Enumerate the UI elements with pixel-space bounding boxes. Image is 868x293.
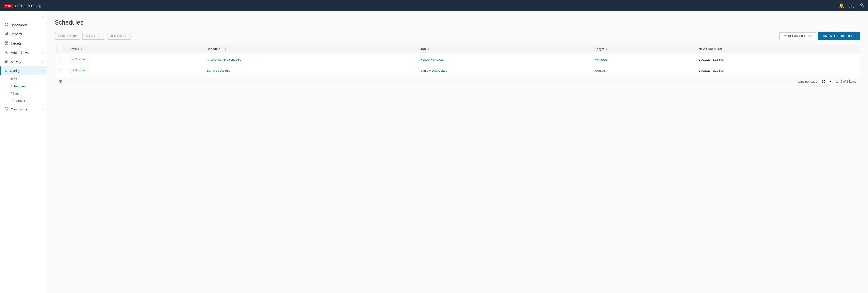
sidebar: « Dashboard Reports Targets Minion Keys — [0, 11, 47, 293]
job-filter-icon[interactable]: ▼ — [427, 48, 430, 51]
row-job[interactable]: Sample Disk Usage — [416, 65, 591, 76]
schedule-filter-icon[interactable]: ▼ — [224, 48, 227, 51]
targets-icon — [4, 41, 8, 46]
check-icon: ✔ — [72, 69, 74, 72]
config-arrow-icon: ∨ — [41, 69, 43, 72]
sidebar-item-targets[interactable]: Targets — [0, 39, 47, 48]
run-now-button[interactable]: ⚙ RUN NOW — [55, 33, 81, 40]
sidebar-collapse: « — [0, 13, 47, 20]
row-status: ✔ Enabled — [66, 54, 203, 65]
status-badge: ✔ Enabled — [69, 68, 89, 73]
svg-rect-3 — [5, 25, 6, 26]
row-checkbox[interactable] — [59, 69, 62, 72]
status-badge: ✔ Enabled — [69, 57, 89, 62]
check-icon: ✔ — [72, 58, 74, 61]
sidebar-item-dashboard[interactable]: Dashboard — [0, 20, 47, 29]
help-icon[interactable]: ? — [849, 3, 854, 8]
status-text: Enabled — [75, 69, 87, 72]
toolbar: ⚙ RUN NOW ▷ ENABLE ✕ DISABLE ▼ CLEAR FIL… — [55, 32, 861, 40]
pillars-label: Pillars — [10, 92, 19, 95]
table-header-row: Status ▼ Schedule ↑ ▼ — [55, 44, 860, 54]
filter-icon: ▼ — [784, 34, 786, 38]
row-target[interactable]: Windows — [591, 54, 695, 65]
app-layout: « Dashboard Reports Targets Minion Keys — [0, 11, 868, 293]
sidebar-item-activity[interactable]: Activity › — [0, 57, 47, 66]
table-row: ✔ Enabled Another sample schedule Reboot… — [55, 54, 860, 65]
clear-filters-button[interactable]: ▼ CLEAR FILTERS — [779, 32, 816, 40]
items-per-page: Items per page 10 20 50 100 — [797, 79, 832, 84]
col-header-status[interactable]: Status ▼ — [66, 44, 203, 54]
row-checkbox[interactable] — [59, 58, 62, 61]
row-schedule[interactable]: Another sample schedule — [203, 54, 416, 65]
col-header-job[interactable]: Job ▼ — [416, 44, 591, 54]
svg-marker-13 — [4, 60, 8, 63]
schedule-sort-asc-icon[interactable]: ↑ — [221, 48, 223, 51]
row-checkbox-cell[interactable] — [55, 65, 66, 76]
col-header-schedule[interactable]: Schedule ↑ ▼ — [203, 44, 416, 54]
row-checkbox-cell[interactable] — [55, 54, 66, 65]
row-next-scheduled: 10/25/22, 3:28 PM — [695, 65, 860, 76]
sidebar-item-compliance[interactable]: Compliance › — [0, 105, 47, 114]
row-job[interactable]: Reboot Windows — [416, 54, 591, 65]
table-row: ✔ Enabled Sample schedule Sample Disk Us… — [55, 65, 860, 76]
sidebar-label-compliance: Compliance — [10, 107, 40, 111]
status-col-label: Status — [69, 47, 79, 51]
sidebar-label-reports: Reports — [10, 32, 43, 36]
main-content: Schedules ⚙ RUN NOW ▷ ENABLE ✕ DISABLE ▼… — [47, 11, 868, 293]
schedule-col-label: Schedule — [207, 47, 220, 51]
expand-icon[interactable]: ⊞ — [59, 79, 62, 84]
sidebar-sub-item-pillars[interactable]: Pillars — [0, 90, 47, 97]
row-target[interactable]: CentOS — [591, 65, 695, 76]
col-header-target[interactable]: Target ▼ — [591, 44, 695, 54]
select-all-checkbox[interactable] — [59, 47, 62, 50]
row-next-scheduled: 10/25/22, 3:28 PM — [695, 54, 860, 65]
bell-icon[interactable]: 🔔 — [839, 3, 844, 8]
create-schedule-button[interactable]: CREATE SCHEDULE — [818, 32, 861, 40]
vmw-logo: vmw — [4, 3, 13, 8]
enable-label: ENABLE — [89, 34, 101, 38]
activity-icon — [4, 59, 8, 64]
job-col-label: Job — [420, 47, 426, 51]
sidebar-item-config[interactable]: ⚙ Config ∨ — [0, 66, 47, 75]
reports-icon — [4, 32, 8, 36]
dashboard-icon — [4, 23, 8, 27]
sidebar-label-dashboard: Dashboard — [10, 23, 43, 27]
sidebar-collapse-button[interactable]: « — [42, 14, 44, 19]
activity-arrow-icon: › — [42, 60, 43, 63]
top-navigation: vmw SaltStack Config 🔔 ? — [0, 0, 868, 11]
status-filter-icon[interactable]: ▼ — [80, 48, 83, 51]
svg-rect-11 — [7, 43, 8, 45]
sidebar-item-minion-keys[interactable]: Minion Keys › — [0, 48, 47, 57]
schedules-table: Status ▼ Schedule ↑ ▼ — [55, 44, 860, 76]
run-now-label: RUN NOW — [62, 34, 77, 38]
svg-rect-5 — [5, 34, 6, 35]
select-all-cell[interactable] — [55, 44, 66, 54]
svg-rect-10 — [5, 43, 6, 45]
svg-rect-2 — [7, 23, 8, 24]
file-server-label: File Server — [10, 99, 25, 102]
status-text: Enabled — [75, 58, 87, 61]
config-icon: ⚙ — [4, 69, 7, 73]
schedules-label: Schedules — [10, 84, 26, 88]
sidebar-sub-item-schedules[interactable]: Schedules — [0, 83, 47, 90]
target-filter-icon[interactable]: ▼ — [606, 48, 608, 51]
enable-icon: ▷ — [86, 34, 88, 38]
schedules-table-container: Status ▼ Schedule ↑ ▼ — [55, 44, 861, 87]
jobs-label: Jobs — [10, 77, 17, 81]
row-schedule[interactable]: Sample schedule — [203, 65, 416, 76]
sidebar-item-reports[interactable]: Reports — [0, 29, 47, 39]
sidebar-sub-item-file-server[interactable]: File Server — [0, 97, 47, 105]
items-per-page-label: Items per page — [797, 80, 817, 83]
items-per-page-select[interactable]: 10 20 50 100 — [819, 79, 832, 84]
sidebar-sub-item-jobs[interactable]: Jobs — [0, 75, 47, 83]
topnav-left: vmw SaltStack Config — [4, 3, 41, 8]
user-icon[interactable] — [859, 3, 864, 9]
enable-button[interactable]: ▷ ENABLE — [82, 33, 105, 40]
next-scheduled-col-label: Next Scheduled — [699, 47, 722, 51]
svg-point-0 — [861, 3, 863, 5]
topnav-right: 🔔 ? — [839, 3, 864, 9]
app-title: SaltStack Config — [15, 4, 41, 8]
run-now-icon: ⚙ — [58, 34, 61, 38]
table-footer: ⊞ Items per page 10 20 50 100 1 - 2 of 2… — [55, 76, 860, 87]
disable-button[interactable]: ✕ DISABLE — [107, 33, 131, 40]
